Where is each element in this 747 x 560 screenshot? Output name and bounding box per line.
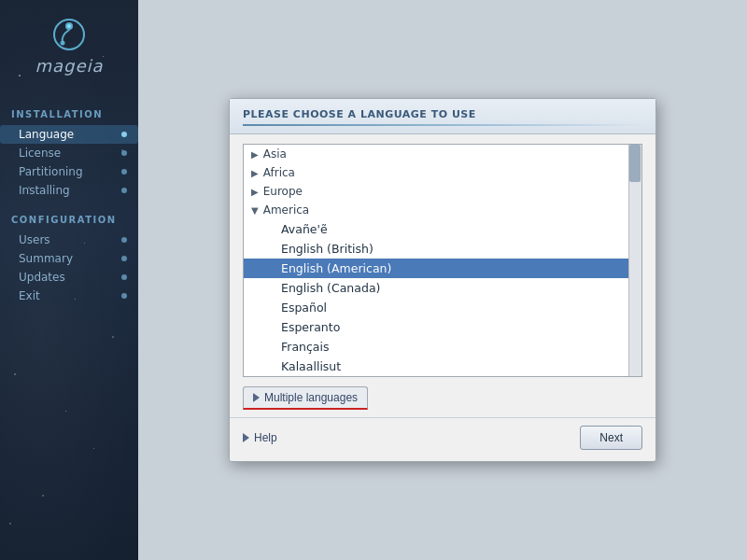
lang-label-english-canada: English (Canada) [281, 281, 380, 295]
list-item-english-canada[interactable]: English (Canada) [244, 278, 628, 298]
multilang-tab-area: Multiple languages [243, 386, 642, 410]
sidebar-item-users[interactable]: Users [0, 231, 138, 249]
list-item-avahe[interactable]: Avañe'ẽ [244, 219, 628, 239]
configuration-section-label: CONFIGURATION [0, 215, 138, 229]
lang-group-asia[interactable]: ▶ Asia [244, 145, 628, 163]
sidebar-bullet-license [121, 150, 127, 156]
list-item-english-american[interactable]: English (American) [244, 259, 628, 278]
help-label: Help [254, 431, 277, 444]
sidebar-item-partitioning[interactable]: Partitioning [0, 162, 138, 181]
language-dialog: PLEASE CHOOSE A LANGUAGE TO USE ▶ Asia ▶… [229, 98, 656, 462]
list-item-espanol[interactable]: Español [244, 298, 628, 317]
lang-label-english-american: English (American) [281, 261, 391, 275]
arrow-icon-africa: ▶ [251, 168, 259, 178]
lang-label-francais: Français [281, 340, 330, 354]
sidebar-item-license[interactable]: License [0, 144, 138, 162]
list-item-portugues[interactable]: Português do Brasil [244, 376, 628, 377]
arrow-icon-asia: ▶ [251, 149, 259, 160]
list-item-esperanto[interactable]: Esperanto [244, 317, 628, 337]
main-content: PLEASE CHOOSE A LANGUAGE TO USE ▶ Asia ▶… [138, 0, 747, 560]
sidebar-bullet-users [121, 237, 127, 243]
sidebar-item-installing[interactable]: Installing [0, 181, 138, 200]
list-item-english-british[interactable]: English (British) [244, 239, 628, 259]
sidebar-item-label-exit: Exit [19, 289, 40, 302]
help-play-icon [243, 433, 249, 442]
mageia-logo-icon [51, 17, 87, 52]
sidebar-bullet-language [121, 132, 127, 137]
arrow-icon-america: ▼ [251, 205, 259, 216]
sidebar-bullet-exit [121, 293, 127, 299]
scrollbar-track[interactable] [628, 145, 641, 376]
sidebar-item-label-summary: Summary [19, 252, 73, 265]
lang-group-europe[interactable]: ▶ Europe [244, 182, 628, 201]
list-item-kalaallisut[interactable]: Kalaallisut [244, 357, 628, 376]
sidebar-item-label-partitioning: Partitioning [19, 165, 83, 178]
lang-group-label-europe: Europe [263, 185, 303, 198]
language-list: ▶ Asia ▶ Africa ▶ Europe ▼ America Avañ [244, 145, 641, 377]
sidebar-item-label-language: Language [19, 128, 74, 141]
sidebar-item-updates[interactable]: Updates [0, 268, 138, 287]
lang-label-esperanto: Esperanto [281, 320, 340, 334]
arrow-icon-europe: ▶ [251, 187, 259, 197]
next-label: Next [599, 431, 623, 444]
lang-label-espanol: Español [281, 301, 327, 315]
sidebar-bullet-updates [121, 274, 127, 280]
lang-label-english-british: English (British) [281, 242, 374, 256]
play-icon [253, 393, 260, 402]
lang-group-label-america: America [263, 203, 310, 217]
sidebar-item-label-users: Users [19, 233, 50, 246]
sidebar: mageia INSTALLATION Language License Par… [0, 0, 138, 560]
sidebar-bullet-summary [121, 256, 127, 261]
next-button[interactable]: Next [580, 426, 642, 450]
dialog-divider [243, 124, 642, 126]
multilang-label: Multiple languages [264, 391, 358, 404]
installation-section-label: INSTALLATION [0, 109, 138, 123]
logo-text: mageia [35, 56, 103, 76]
lang-group-label-asia: Asia [263, 147, 287, 161]
logo-area: mageia [35, 17, 103, 76]
dialog-header: PLEASE CHOOSE A LANGUAGE TO USE [230, 99, 655, 134]
svg-point-3 [60, 41, 64, 46]
sidebar-item-label-license: License [19, 147, 61, 160]
help-button[interactable]: Help [243, 431, 277, 444]
multiple-languages-button[interactable]: Multiple languages [243, 386, 368, 410]
sidebar-bullet-installing [121, 188, 127, 193]
lang-label-avahe: Avañe'ẽ [281, 222, 328, 236]
scrollbar-thumb[interactable] [629, 145, 641, 182]
language-list-container[interactable]: ▶ Asia ▶ Africa ▶ Europe ▼ America Avañ [243, 144, 642, 377]
svg-point-2 [67, 24, 71, 28]
sidebar-item-summary[interactable]: Summary [0, 249, 138, 268]
lang-label-kalaallisut: Kalaallisut [281, 359, 341, 373]
sidebar-item-exit[interactable]: Exit [0, 287, 138, 305]
dialog-footer: Help Next [230, 417, 655, 461]
sidebar-item-label-installing: Installing [19, 184, 70, 197]
lang-group-africa[interactable]: ▶ Africa [244, 163, 628, 182]
dialog-title: PLEASE CHOOSE A LANGUAGE TO USE [243, 108, 642, 120]
sidebar-bullet-partitioning [121, 169, 127, 175]
sidebar-item-label-updates: Updates [19, 271, 65, 284]
sidebar-item-language[interactable]: Language [0, 125, 138, 144]
list-item-francais[interactable]: Français [244, 337, 628, 357]
lang-group-america[interactable]: ▼ America [244, 201, 628, 219]
lang-group-label-africa: Africa [263, 166, 295, 179]
